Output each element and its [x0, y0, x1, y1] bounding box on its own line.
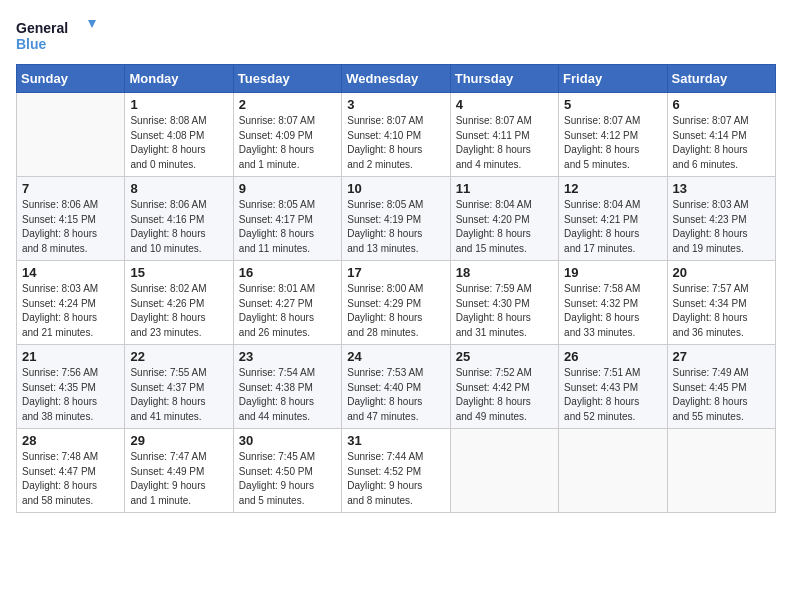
day-details: Sunrise: 7:57 AM Sunset: 4:34 PM Dayligh… — [673, 282, 770, 340]
day-number: 2 — [239, 97, 336, 112]
calendar-cell: 29Sunrise: 7:47 AM Sunset: 4:49 PM Dayli… — [125, 429, 233, 513]
day-details: Sunrise: 8:03 AM Sunset: 4:24 PM Dayligh… — [22, 282, 119, 340]
day-number: 18 — [456, 265, 553, 280]
calendar-week-row: 14Sunrise: 8:03 AM Sunset: 4:24 PM Dayli… — [17, 261, 776, 345]
calendar-cell: 31Sunrise: 7:44 AM Sunset: 4:52 PM Dayli… — [342, 429, 450, 513]
calendar-cell: 14Sunrise: 8:03 AM Sunset: 4:24 PM Dayli… — [17, 261, 125, 345]
day-number: 1 — [130, 97, 227, 112]
calendar-cell: 19Sunrise: 7:58 AM Sunset: 4:32 PM Dayli… — [559, 261, 667, 345]
header-wednesday: Wednesday — [342, 65, 450, 93]
day-details: Sunrise: 8:07 AM Sunset: 4:14 PM Dayligh… — [673, 114, 770, 172]
header-saturday: Saturday — [667, 65, 775, 93]
day-number: 3 — [347, 97, 444, 112]
calendar-cell: 7Sunrise: 8:06 AM Sunset: 4:15 PM Daylig… — [17, 177, 125, 261]
day-number: 25 — [456, 349, 553, 364]
day-number: 27 — [673, 349, 770, 364]
day-details: Sunrise: 8:06 AM Sunset: 4:16 PM Dayligh… — [130, 198, 227, 256]
day-details: Sunrise: 8:00 AM Sunset: 4:29 PM Dayligh… — [347, 282, 444, 340]
calendar-cell: 1Sunrise: 8:08 AM Sunset: 4:08 PM Daylig… — [125, 93, 233, 177]
calendar-cell: 17Sunrise: 8:00 AM Sunset: 4:29 PM Dayli… — [342, 261, 450, 345]
calendar-cell: 25Sunrise: 7:52 AM Sunset: 4:42 PM Dayli… — [450, 345, 558, 429]
day-number: 29 — [130, 433, 227, 448]
header-monday: Monday — [125, 65, 233, 93]
day-number: 30 — [239, 433, 336, 448]
calendar-cell: 6Sunrise: 8:07 AM Sunset: 4:14 PM Daylig… — [667, 93, 775, 177]
day-number: 20 — [673, 265, 770, 280]
calendar-cell: 24Sunrise: 7:53 AM Sunset: 4:40 PM Dayli… — [342, 345, 450, 429]
day-number: 8 — [130, 181, 227, 196]
day-details: Sunrise: 7:48 AM Sunset: 4:47 PM Dayligh… — [22, 450, 119, 508]
day-number: 7 — [22, 181, 119, 196]
logo: General Blue — [16, 16, 96, 56]
header-friday: Friday — [559, 65, 667, 93]
calendar-week-row: 7Sunrise: 8:06 AM Sunset: 4:15 PM Daylig… — [17, 177, 776, 261]
calendar-cell: 8Sunrise: 8:06 AM Sunset: 4:16 PM Daylig… — [125, 177, 233, 261]
day-details: Sunrise: 7:45 AM Sunset: 4:50 PM Dayligh… — [239, 450, 336, 508]
calendar-cell: 4Sunrise: 8:07 AM Sunset: 4:11 PM Daylig… — [450, 93, 558, 177]
header-sunday: Sunday — [17, 65, 125, 93]
header-tuesday: Tuesday — [233, 65, 341, 93]
calendar-week-row: 28Sunrise: 7:48 AM Sunset: 4:47 PM Dayli… — [17, 429, 776, 513]
day-details: Sunrise: 7:47 AM Sunset: 4:49 PM Dayligh… — [130, 450, 227, 508]
day-details: Sunrise: 8:01 AM Sunset: 4:27 PM Dayligh… — [239, 282, 336, 340]
calendar-cell: 2Sunrise: 8:07 AM Sunset: 4:09 PM Daylig… — [233, 93, 341, 177]
day-details: Sunrise: 8:04 AM Sunset: 4:21 PM Dayligh… — [564, 198, 661, 256]
calendar-cell: 11Sunrise: 8:04 AM Sunset: 4:20 PM Dayli… — [450, 177, 558, 261]
day-number: 24 — [347, 349, 444, 364]
header-thursday: Thursday — [450, 65, 558, 93]
day-number: 31 — [347, 433, 444, 448]
day-number: 16 — [239, 265, 336, 280]
calendar-cell: 16Sunrise: 8:01 AM Sunset: 4:27 PM Dayli… — [233, 261, 341, 345]
day-number: 17 — [347, 265, 444, 280]
day-number: 15 — [130, 265, 227, 280]
svg-marker-2 — [88, 20, 96, 28]
day-number: 11 — [456, 181, 553, 196]
day-number: 5 — [564, 97, 661, 112]
calendar-table: SundayMondayTuesdayWednesdayThursdayFrid… — [16, 64, 776, 513]
calendar-cell: 26Sunrise: 7:51 AM Sunset: 4:43 PM Dayli… — [559, 345, 667, 429]
calendar-cell: 27Sunrise: 7:49 AM Sunset: 4:45 PM Dayli… — [667, 345, 775, 429]
calendar-cell: 3Sunrise: 8:07 AM Sunset: 4:10 PM Daylig… — [342, 93, 450, 177]
day-details: Sunrise: 8:03 AM Sunset: 4:23 PM Dayligh… — [673, 198, 770, 256]
day-details: Sunrise: 7:59 AM Sunset: 4:30 PM Dayligh… — [456, 282, 553, 340]
calendar-cell: 20Sunrise: 7:57 AM Sunset: 4:34 PM Dayli… — [667, 261, 775, 345]
day-number: 12 — [564, 181, 661, 196]
day-details: Sunrise: 7:58 AM Sunset: 4:32 PM Dayligh… — [564, 282, 661, 340]
day-number: 21 — [22, 349, 119, 364]
calendar-cell: 21Sunrise: 7:56 AM Sunset: 4:35 PM Dayli… — [17, 345, 125, 429]
calendar-cell — [17, 93, 125, 177]
day-details: Sunrise: 7:53 AM Sunset: 4:40 PM Dayligh… — [347, 366, 444, 424]
calendar-cell: 9Sunrise: 8:05 AM Sunset: 4:17 PM Daylig… — [233, 177, 341, 261]
calendar-cell: 30Sunrise: 7:45 AM Sunset: 4:50 PM Dayli… — [233, 429, 341, 513]
day-details: Sunrise: 7:56 AM Sunset: 4:35 PM Dayligh… — [22, 366, 119, 424]
calendar-header-row: SundayMondayTuesdayWednesdayThursdayFrid… — [17, 65, 776, 93]
day-number: 9 — [239, 181, 336, 196]
day-details: Sunrise: 8:07 AM Sunset: 4:09 PM Dayligh… — [239, 114, 336, 172]
calendar-cell: 5Sunrise: 8:07 AM Sunset: 4:12 PM Daylig… — [559, 93, 667, 177]
day-details: Sunrise: 8:06 AM Sunset: 4:15 PM Dayligh… — [22, 198, 119, 256]
day-details: Sunrise: 7:54 AM Sunset: 4:38 PM Dayligh… — [239, 366, 336, 424]
day-number: 22 — [130, 349, 227, 364]
day-details: Sunrise: 8:04 AM Sunset: 4:20 PM Dayligh… — [456, 198, 553, 256]
calendar-cell — [559, 429, 667, 513]
day-details: Sunrise: 8:07 AM Sunset: 4:11 PM Dayligh… — [456, 114, 553, 172]
calendar-cell: 22Sunrise: 7:55 AM Sunset: 4:37 PM Dayli… — [125, 345, 233, 429]
day-details: Sunrise: 8:08 AM Sunset: 4:08 PM Dayligh… — [130, 114, 227, 172]
calendar-cell: 18Sunrise: 7:59 AM Sunset: 4:30 PM Dayli… — [450, 261, 558, 345]
day-details: Sunrise: 8:05 AM Sunset: 4:19 PM Dayligh… — [347, 198, 444, 256]
day-details: Sunrise: 7:55 AM Sunset: 4:37 PM Dayligh… — [130, 366, 227, 424]
day-details: Sunrise: 8:05 AM Sunset: 4:17 PM Dayligh… — [239, 198, 336, 256]
day-number: 10 — [347, 181, 444, 196]
calendar-cell: 13Sunrise: 8:03 AM Sunset: 4:23 PM Dayli… — [667, 177, 775, 261]
calendar-cell: 28Sunrise: 7:48 AM Sunset: 4:47 PM Dayli… — [17, 429, 125, 513]
day-number: 28 — [22, 433, 119, 448]
svg-text:General: General — [16, 20, 68, 36]
day-details: Sunrise: 7:51 AM Sunset: 4:43 PM Dayligh… — [564, 366, 661, 424]
logo-svg: General Blue — [16, 16, 96, 56]
calendar-cell — [667, 429, 775, 513]
day-number: 26 — [564, 349, 661, 364]
calendar-week-row: 21Sunrise: 7:56 AM Sunset: 4:35 PM Dayli… — [17, 345, 776, 429]
day-details: Sunrise: 7:52 AM Sunset: 4:42 PM Dayligh… — [456, 366, 553, 424]
day-number: 6 — [673, 97, 770, 112]
day-number: 13 — [673, 181, 770, 196]
